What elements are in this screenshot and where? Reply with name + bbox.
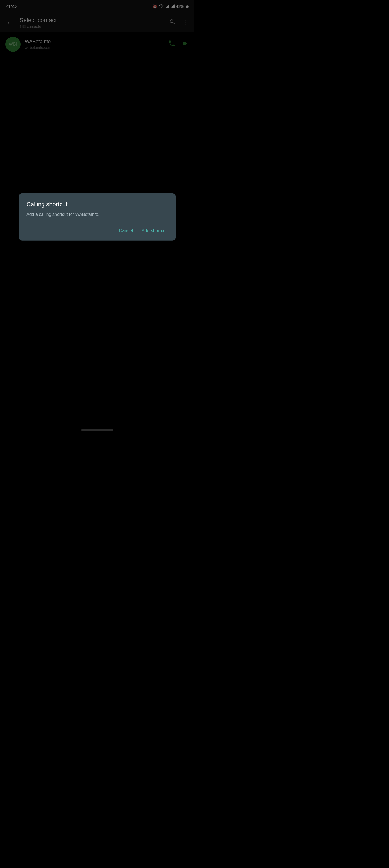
calling-shortcut-dialog: Calling shortcut Add a calling shortcut …	[19, 193, 175, 241]
add-shortcut-button[interactable]: Add shortcut	[140, 226, 168, 235]
dialog-message: Add a calling shortcut for WABetaInfo.	[26, 212, 168, 218]
dialog-actions: Cancel Add shortcut	[26, 226, 168, 235]
dialog-title: Calling shortcut	[26, 201, 168, 208]
cancel-button[interactable]: Cancel	[118, 226, 134, 235]
